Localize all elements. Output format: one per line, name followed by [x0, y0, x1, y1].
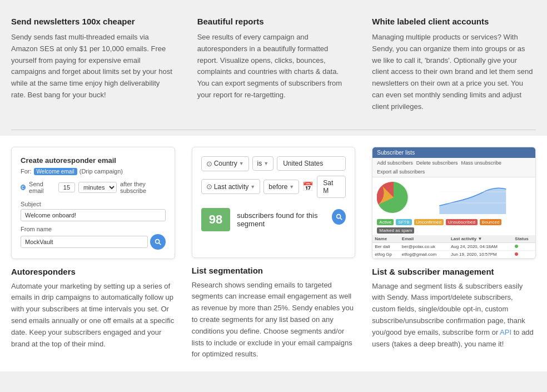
top-col-2-desc: See results of every campaign and autore…	[197, 32, 350, 101]
ar-from-input[interactable]	[21, 236, 148, 248]
submanagement-title: List & subscriber management	[372, 267, 536, 276]
ar-after-label: after they subscribe	[120, 181, 166, 194]
bottom-col-segmentation: ⊙ Country ▼ is ▼ United States ⊙	[192, 147, 356, 361]
seg-field2-caret: ▼	[250, 184, 255, 190]
seg-op2-label: before	[268, 183, 287, 191]
seg-value1[interactable]: United States	[277, 156, 346, 171]
seg-search-button[interactable]	[332, 209, 346, 225]
sublist-table: Name Email Last activity ▼ Status Ber da…	[372, 235, 535, 259]
seg-row-2: ⊙ Last activity ▼ before ▼ 📅 Sat M	[201, 176, 346, 198]
segmentation-title: List segmentation	[192, 266, 356, 275]
svg-point-2	[336, 214, 340, 218]
export-subscribers-btn[interactable]: Export all subscribers	[377, 169, 425, 175]
calendar-icon: 📅	[302, 181, 314, 192]
stat-active: Active	[377, 219, 394, 225]
bottom-row: Create autoresponder email For: Welcome …	[11, 147, 536, 361]
autoresponder-mockup: Create autoresponder email For: Welcome …	[11, 147, 175, 259]
row2-activity: Jun 19, 2020, 10:57PM	[449, 250, 513, 258]
seg-count-badge: 98	[201, 208, 230, 231]
clock-icon: ⊙	[206, 182, 212, 191]
stat-unconfirmed: Unconfirmed	[414, 219, 444, 225]
top-col-2-title: Beautiful reports	[197, 17, 350, 26]
segmentation-desc: Research shows sending emails to targete…	[192, 280, 356, 361]
row2-status	[513, 250, 535, 258]
submanagement-desc: Manage and segment lists & subscribers e…	[372, 281, 536, 350]
sublist-stats-row: Active SFTB Unconfirmed Unsubscribed Bou…	[372, 217, 535, 235]
area-chart	[415, 181, 531, 214]
top-col-3-title: White labeled client accounts	[372, 17, 536, 26]
stat-bounced: Bounced	[480, 219, 502, 225]
seg-op1-caret: ▼	[263, 161, 268, 166]
ar-badge: Welcome email	[34, 168, 77, 175]
svg-point-0	[155, 239, 159, 243]
svg-line-3	[340, 217, 342, 220]
col-name: Name	[372, 235, 399, 243]
ar-for-label: For:	[21, 168, 32, 175]
ar-from-row	[21, 234, 166, 250]
sublist-header-label: Subscriber lists	[377, 150, 415, 156]
ar-send-row: Send email minutes hours days after they…	[21, 181, 166, 194]
seg-row-1: ⊙ Country ▼ is ▼ United States	[201, 156, 346, 171]
seg-search-icon	[335, 213, 343, 221]
seg-field1-caret: ▼	[239, 161, 244, 166]
stat-softbounce: SFTB	[396, 219, 411, 225]
ar-from-label: From name	[21, 226, 166, 232]
stat-unsubscribed: Unsubscribed	[446, 219, 478, 225]
ar-unit-select[interactable]: minutes hours days	[78, 182, 117, 193]
add-subscribers-btn[interactable]: Add subscribers	[377, 160, 413, 166]
seg-activity-dropdown[interactable]: ⊙ Last activity ▼	[201, 179, 261, 194]
seg-country-dropdown[interactable]: ⊙ Country ▼	[201, 156, 249, 171]
seg-op2-caret: ▼	[289, 184, 294, 190]
ar-radio-icon	[21, 185, 26, 190]
top-col-1-title: Send newsletters 100x cheaper	[11, 17, 175, 26]
row1-email: ber@polax.co.uk	[400, 242, 449, 250]
ar-search-icon	[154, 238, 162, 246]
col-status: Status	[513, 235, 535, 243]
autoresponders-title: Autoresponders	[11, 267, 175, 276]
section-divider	[11, 130, 536, 130]
sublist-chart-area	[372, 177, 535, 217]
svg-line-1	[158, 242, 161, 245]
ar-send-label: Send email	[29, 181, 55, 194]
seg-result-row: 98 subscribers found for this segment	[201, 202, 346, 231]
ar-search-button[interactable]	[150, 234, 166, 250]
top-col-1-desc: Sendy sends fast multi-threaded emails v…	[11, 32, 175, 101]
page-wrapper: Send newsletters 100x cheaper Sendy send…	[0, 0, 547, 371]
row2-name: etfog Gp	[372, 250, 399, 258]
col-activity: Last activity ▼	[449, 235, 513, 243]
seg-field1-label: Country	[214, 160, 237, 167]
seg-op2-dropdown[interactable]: before ▼	[263, 180, 299, 194]
seg-result: 98 subscribers found for this segment	[201, 208, 332, 231]
col-email: Email	[400, 235, 449, 243]
status-dot-green	[515, 245, 518, 248]
segmentation-mockup: ⊙ Country ▼ is ▼ United States ⊙	[192, 147, 356, 258]
mass-unsubscribe-btn[interactable]: Mass unsubscribe	[461, 160, 501, 166]
top-col-3-desc: Managing multiple products or services? …	[372, 32, 536, 113]
ar-for-row: For: Welcome email (Drip campaign)	[21, 168, 166, 175]
seg-op1-dropdown[interactable]: is ▼	[252, 156, 274, 171]
row1-name: Ber dali	[372, 242, 399, 250]
bottom-col-submanagement: Subscriber lists Add subscribers Delete …	[372, 147, 536, 361]
table-row: etfog Gp etfog@gmail.com Jun 19, 2020, 1…	[372, 250, 535, 258]
globe-icon: ⊙	[206, 160, 212, 168]
table-row: Ber dali ber@polax.co.uk Aug 24, 2020, 0…	[372, 242, 535, 250]
top-col-1: Send newsletters 100x cheaper Sendy send…	[11, 17, 186, 113]
sublist-mockup: Subscriber lists Add subscribers Delete …	[372, 147, 536, 259]
seg-field2-label: Last activity	[214, 183, 249, 191]
top-col-3: White labeled client accounts Managing m…	[361, 17, 536, 113]
bottom-section: Create autoresponder email For: Welcome …	[0, 136, 547, 372]
ar-num-input[interactable]	[58, 182, 75, 192]
seg-op1-label: is	[257, 160, 262, 167]
row2-email: etfog@gmail.com	[400, 250, 449, 258]
seg-value2[interactable]: Sat M	[317, 176, 346, 198]
ar-subject-input[interactable]	[21, 209, 166, 221]
bottom-col-autoresponders: Create autoresponder email For: Welcome …	[11, 147, 175, 361]
autoresponders-desc: Automate your marketing by setting up a …	[11, 281, 175, 350]
top-col-2: Beautiful reports See results of every c…	[186, 17, 361, 113]
ar-mockup-title: Create autoresponder email	[21, 156, 166, 165]
api-link[interactable]: API	[500, 328, 511, 336]
delete-subscribers-btn[interactable]: Delete subscribers	[416, 160, 458, 166]
sublist-header: Subscriber lists	[372, 147, 535, 158]
pie-chart	[377, 181, 410, 214]
row1-status	[513, 242, 535, 250]
